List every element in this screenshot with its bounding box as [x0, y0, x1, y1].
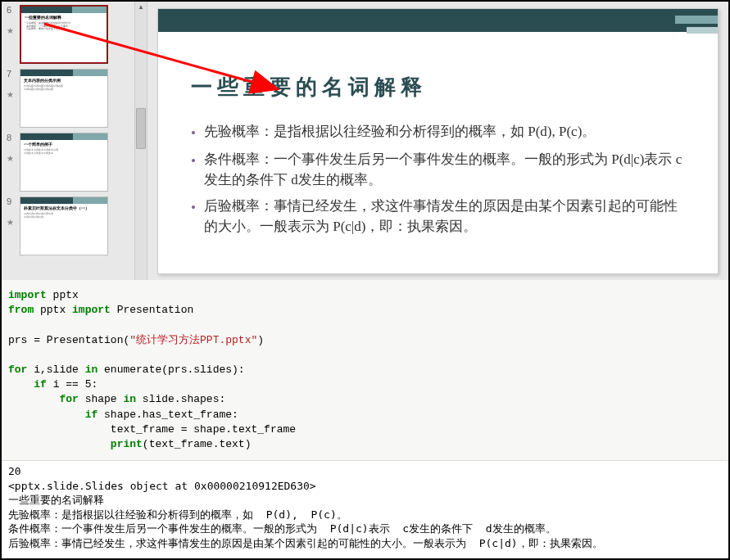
- thumb-body: · 先验概率：是指根据以往经验和分析得到· 条件概率：一个事件发生后另一个事件·…: [21, 21, 107, 32]
- code-line: prs = Presentation("统计学习方法PPT.pptx"): [8, 333, 722, 348]
- bullet-dot-icon: •: [191, 151, 196, 191]
- code-line: text_frame = shape.text_frame: [8, 422, 722, 437]
- slide-thumbnail[interactable]: 一些重要的名词解释 · 先验概率：是指根据以往经验和分析得到· 条件概率：一个事…: [20, 5, 108, 64]
- thumbnail-row-8[interactable]: 8 ★ 一个简单的例子 示例文本示例文本示例文本示例示例文本示例文本示例文本: [2, 133, 134, 192]
- thumb-title: 文本内容的分类示例: [20, 76, 107, 84]
- slide-content: • 先验概率：是指根据以往经验和分析得到的概率，如 P(d), P(c)。 • …: [191, 121, 685, 237]
- bullet-dot-icon: •: [191, 123, 196, 144]
- code-line: [8, 318, 722, 332]
- code-line: [8, 348, 722, 363]
- thumb-body: 示例文本示例文本示例文本示例示例文本示例文本示例文本: [20, 148, 107, 156]
- main-slide-area: 一些重要的名词解释 • 先验概率：是指根据以往经验和分析得到的概率，如 P(d)…: [147, 2, 728, 280]
- output-line: 一些重要的名词解释: [8, 493, 722, 508]
- star-icon: ★: [7, 90, 16, 99]
- thumb-title: 一个简单的例子: [20, 140, 107, 148]
- slide-number: 8: [7, 133, 20, 142]
- presentation-viewer: 6 ★ 一些重要的名词解释 · 先验概率：是指根据以往经验和分析得到· 条件概率…: [2, 2, 728, 280]
- code-line: from pptx import Presentation: [8, 303, 722, 318]
- output-line: 先验概率：是指根据以往经验和分析得到的概率，如 P(d), P(c)。: [8, 508, 722, 522]
- thumb-title: 朴素贝叶斯算法在文本分类中（一）: [20, 204, 107, 212]
- thumb-header-bar: [20, 197, 107, 204]
- thumbnail-row-9[interactable]: 9 ★ 朴素贝叶斯算法在文本分类中（一） 示例示例示例示例示例示例示例示例示例示…: [2, 196, 134, 255]
- output-cell: 20 <pptx.slide.Slides object at 0x000002…: [2, 461, 728, 553]
- scroll-up-icon[interactable]: ▲: [137, 3, 145, 11]
- code-line: import pptx: [8, 288, 722, 303]
- bullet-text: 先验概率：是指根据以往经验和分析得到的概率，如 P(d), P(c)。: [204, 121, 685, 144]
- thumb-body: 示例内容示例内容示例内容示例内容示例内容示例内容示例内容: [20, 84, 107, 92]
- thumb-header-bar: [21, 7, 107, 13]
- thumb-header-bar: [20, 133, 107, 140]
- thumbnail-row-6[interactable]: 6 ★ 一些重要的名词解释 · 先验概率：是指根据以往经验和分析得到· 条件概率…: [2, 5, 134, 64]
- slide-thumbnail[interactable]: 一个简单的例子 示例文本示例文本示例文本示例示例文本示例文本示例文本: [20, 133, 108, 192]
- output-line: 20: [8, 464, 722, 479]
- output-line: 条件概率：一个事件发生后另一个事件发生的概率。一般的形式为 P(d|c)表示 c…: [8, 522, 722, 536]
- code-line: if shape.has_text_frame:: [8, 408, 722, 422]
- output-line: 后验概率：事情已经发生，求这件事情发生的原因是由某个因素引起的可能性的大小。一般…: [8, 536, 722, 551]
- thumbnail-scrollbar[interactable]: ▲: [134, 2, 147, 280]
- slide-thumbnail[interactable]: 文本内容的分类示例 示例内容示例内容示例内容示例内容示例内容示例内容示例内容: [20, 69, 108, 128]
- code-line: print(text_frame.text): [8, 437, 722, 452]
- star-icon: ★: [7, 218, 16, 227]
- bullet-dot-icon: •: [191, 197, 196, 237]
- main-slide[interactable]: 一些重要的名词解释 • 先验概率：是指根据以往经验和分析得到的概率，如 P(d)…: [157, 8, 719, 274]
- thumb-body: 示例示例示例示例示例示例示例示例示例示例: [20, 212, 107, 219]
- star-icon: ★: [7, 26, 16, 35]
- code-line: for shape in slide.shapes:: [8, 392, 722, 407]
- slide-number: 9: [7, 196, 20, 206]
- slide-number: 7: [7, 69, 20, 79]
- output-line: <pptx.slide.Slides object at 0x000002109…: [8, 479, 722, 494]
- slide-thumbnail-panel: 6 ★ 一些重要的名词解释 · 先验概率：是指根据以往经验和分析得到· 条件概率…: [2, 2, 134, 280]
- slide-accent-icon: [669, 16, 718, 40]
- slide-thumbnail[interactable]: 朴素贝叶斯算法在文本分类中（一） 示例示例示例示例示例示例示例示例示例示例: [20, 196, 108, 255]
- bullet-item: • 后验概率：事情已经发生，求这件事情发生的原因是由某个因素引起的可能性的大小。…: [191, 196, 685, 237]
- slide-top-bar: [158, 9, 718, 32]
- thumb-header-bar: [20, 70, 107, 76]
- star-icon: ★: [7, 154, 16, 163]
- bullet-item: • 先验概率：是指根据以往经验和分析得到的概率，如 P(d), P(c)。: [191, 121, 685, 144]
- slide-title: 一些重要的名词解释: [191, 73, 718, 102]
- notebook-section: import pptx from pptx import Presentatio…: [2, 280, 728, 560]
- code-cell[interactable]: import pptx from pptx import Presentatio…: [2, 280, 728, 461]
- bullet-text: 后验概率：事情已经发生，求这件事情发生的原因是由某个因素引起的可能性的大小。一般…: [204, 196, 685, 237]
- bullet-item: • 条件概率：一个事件发生后另一个事件发生的概率。一般的形式为 P(d|c)表示…: [191, 149, 685, 191]
- code-line: if i == 5:: [8, 377, 722, 392]
- thumbnail-row-7[interactable]: 7 ★ 文本内容的分类示例 示例内容示例内容示例内容示例内容示例内容示例内容示例…: [2, 69, 134, 128]
- code-line: for i,slide in enumerate(prs.slides):: [8, 363, 722, 377]
- bullet-text: 条件概率：一个事件发生后另一个事件发生的概率。一般的形式为 P(d|c)表示 c…: [204, 149, 685, 191]
- thumb-title: 一些重要的名词解释: [21, 13, 107, 21]
- scrollbar-thumb[interactable]: [136, 108, 146, 149]
- slide-number: 6: [7, 5, 20, 15]
